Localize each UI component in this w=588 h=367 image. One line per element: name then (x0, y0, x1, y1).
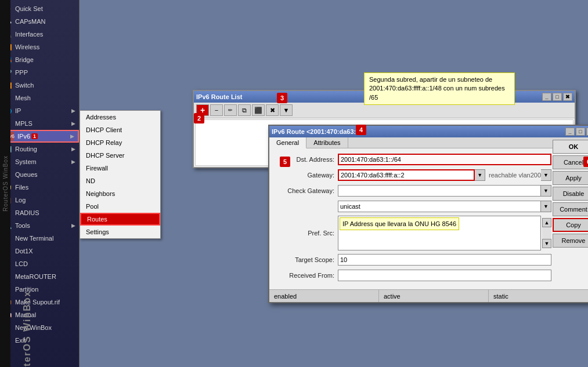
scroll-up-button[interactable]: ▲ (542, 218, 551, 227)
close-button[interactable]: ✖ (563, 93, 572, 101)
dialog-buttons: OK Cancel Apply Disable Comment Copy Rem… (553, 140, 588, 248)
submenu-item-nd[interactable]: ND (80, 175, 160, 187)
annotation-tooltip1: Segunda subred, apartir de un subneteo d… (364, 72, 515, 105)
sidebar-item-quick-set[interactable]: ⚡ Quick Set (0, 2, 79, 15)
sidebar-item-dot1x[interactable]: D Dot1X (0, 245, 79, 257)
remove-button[interactable]: Remove (553, 234, 588, 248)
sidebar-item-mpls[interactable]: M MPLS ▶ (0, 117, 79, 130)
route-dialog: IPv6 Route <2001:470:da63:…> _ □ ✖ Gener… (268, 125, 588, 303)
dialog-maximize-button[interactable]: □ (576, 128, 585, 136)
received-from-input[interactable] (338, 270, 551, 281)
type-dropdown-button[interactable]: ▼ (541, 201, 551, 212)
sidebar-item-routing[interactable]: 🔄 Routing ▶ (0, 143, 79, 155)
minimize-button[interactable]: _ (542, 93, 551, 101)
sidebar-item-exit[interactable]: ✖ Exit (0, 334, 79, 347)
sidebar-item-queues[interactable]: Q Queues (0, 168, 79, 181)
step3-badge: 3 (277, 93, 287, 103)
ipv6-arrow-icon: ▶ (70, 133, 74, 139)
sidebar-item-capsman[interactable]: 📡 CAPsMAN (0, 15, 79, 28)
submenu-item-dhcp-relay[interactable]: DHCP Relay (80, 136, 160, 149)
routing-arrow-icon: ▶ (71, 146, 75, 152)
sidebar-item-metarouter[interactable]: M MetaROUTER (0, 270, 79, 283)
pref-src-scroll: ▲ ▼ (542, 218, 551, 248)
tools-arrow-icon: ▶ (71, 223, 75, 228)
disable-button[interactable]: Disable (553, 187, 588, 201)
sidebar-item-lcd[interactable]: L LCD (0, 257, 79, 270)
sidebar-item-ip[interactable]: 🌐 IP ▶ (0, 104, 79, 117)
sidebar-item-mesh[interactable]: ⬡ Mesh (0, 92, 79, 104)
copy-button[interactable]: Copy (553, 218, 588, 232)
check-gateway-dropdown-button[interactable]: ▼ (541, 185, 551, 197)
submenu-item-neighbors[interactable]: Neighbors (80, 187, 160, 200)
routeros-brand-text: RouterOS WinBox (2, 155, 9, 212)
step6-badge: 6 (583, 157, 588, 167)
route-list-title: IPv6 Route List (196, 93, 242, 100)
dialog-minimize-button[interactable]: _ (565, 128, 575, 136)
dst-address-input[interactable] (338, 154, 551, 165)
ok-button[interactable]: OK (553, 140, 588, 154)
sidebar-item-tools[interactable]: 🔧 Tools ▶ (0, 219, 79, 232)
filter-button[interactable]: ▼ (280, 104, 293, 116)
gateway-dropdown-button[interactable]: ▼ (475, 169, 485, 181)
delete-button[interactable]: ✖ (266, 104, 279, 116)
sidebar-item-ipv6[interactable]: IPv6 IPv6 1 ▶ (0, 130, 79, 143)
submenu-item-addresses[interactable]: Addresses (80, 111, 160, 123)
dialog-form: Dst. Address: Gateway: ▼ reachable vlan2… (269, 148, 588, 289)
sidebar-item-files[interactable]: 📁 Files (0, 181, 79, 194)
route-dialog-title: IPv6 Route <2001:470:da63:…> (272, 128, 366, 135)
received-from-label: Received From: (274, 272, 338, 279)
type-input[interactable] (338, 201, 541, 212)
status-active: active (379, 290, 489, 302)
annotation-tooltip2: IP Address que llevara la ONU HG 8546 (340, 217, 459, 230)
submenu-item-firewall[interactable]: Firewall (80, 162, 160, 175)
step4-badge: 4 (356, 125, 366, 135)
sidebar-item-bridge[interactable]: 🌉 Bridge (0, 53, 79, 66)
sidebar-item-manual[interactable]: 📖 Manual (0, 308, 79, 321)
target-scope-input[interactable] (338, 254, 551, 266)
dialog-status-bar: enabled active static (269, 289, 588, 302)
system-arrow-icon: ▶ (71, 159, 75, 165)
gateway-label: Gateway: (274, 172, 338, 179)
sidebar-item-wireless[interactable]: 📶 Wireless (0, 41, 79, 53)
gateway-extra-dropdown[interactable]: ▼ (541, 169, 551, 181)
submenu-item-settings[interactable]: Settings (80, 226, 160, 238)
copy-button[interactable]: ⧉ (238, 104, 251, 116)
check-gateway-label: Check Gateway: (274, 187, 338, 194)
pref-src-row: Pref. Src: IP Address que llevara la ONU… (274, 216, 551, 250)
pref-src-label: Pref. Src: (274, 230, 338, 237)
sidebar-item-ppp[interactable]: 🔗 PPP (0, 66, 79, 79)
gateway-note: reachable vlan200 (485, 172, 541, 179)
sidebar-item-system[interactable]: ⚙ System ▶ (0, 155, 79, 168)
status-enabled: enabled (269, 290, 379, 302)
scroll-down-button[interactable]: ▼ (542, 239, 551, 248)
comment-button[interactable]: Comment (553, 202, 588, 216)
gateway-input[interactable] (338, 169, 475, 181)
submenu-item-dhcp-client[interactable]: DHCP Client (80, 123, 160, 136)
mpls-arrow-icon: ▶ (71, 121, 75, 126)
gateway-row: Gateway: ▼ reachable vlan200 ▼ (274, 169, 551, 181)
sidebar-item-interfaces[interactable]: 🔌 Interfaces (0, 28, 79, 41)
sidebar-item-radius[interactable]: R RADIUS (0, 206, 79, 219)
tab-attributes[interactable]: Attributes (306, 137, 348, 148)
routeros-winbox-label: RouterOS WinBox (22, 301, 33, 367)
window-controls: _ □ ✖ (542, 93, 572, 101)
remove-button[interactable]: − (210, 104, 223, 116)
submenu-item-dhcp-server[interactable]: DHCP Server (80, 149, 160, 162)
submenu-item-routes[interactable]: Routes (80, 213, 160, 226)
sidebar-item-switch[interactable]: 🔀 Switch (0, 79, 79, 92)
scrollbar-track (542, 227, 551, 239)
sidebar-item-partition[interactable]: P Partition (0, 283, 79, 296)
paste-button[interactable]: ⬛ (252, 104, 265, 116)
tab-general[interactable]: General (269, 137, 306, 148)
sidebar-item-log[interactable]: 📋 Log (0, 194, 79, 206)
submenu-item-pool[interactable]: Pool (80, 200, 160, 213)
type-wrapper: ▼ (338, 201, 551, 212)
maximize-button[interactable]: □ (553, 93, 562, 101)
edit-button[interactable]: ✏ (224, 104, 237, 116)
cancel-button[interactable]: Cancel (553, 155, 588, 169)
sidebar-item-make-supout[interactable]: 📦 Make Supout.rif (0, 296, 79, 308)
sidebar-item-new-winbox[interactable]: 🗔 New WinBox (0, 321, 79, 334)
apply-button[interactable]: Apply (553, 171, 588, 185)
sidebar-item-new-terminal[interactable]: 🖥 New Terminal (0, 232, 79, 245)
check-gateway-input[interactable] (338, 185, 541, 197)
